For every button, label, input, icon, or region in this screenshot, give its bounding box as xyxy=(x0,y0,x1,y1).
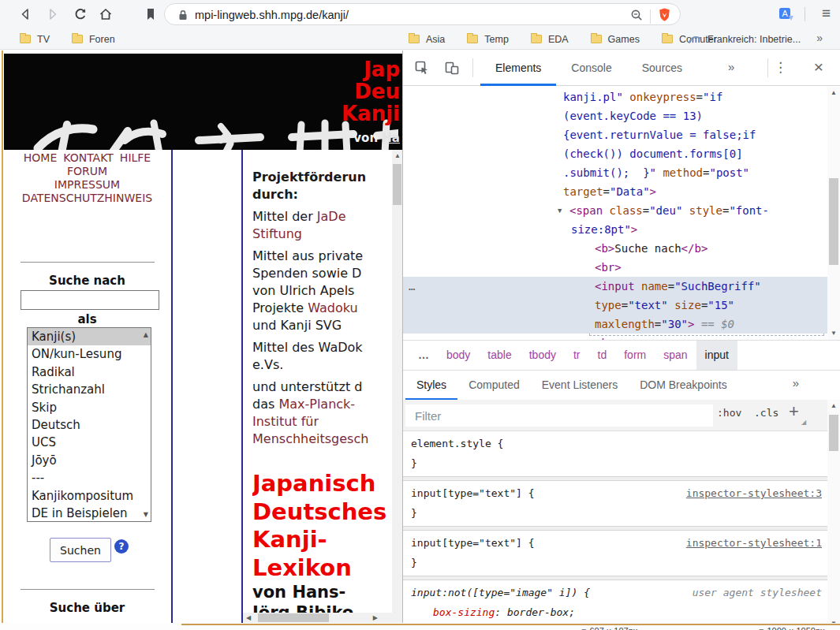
more-tabs-icon[interactable]: » xyxy=(728,60,734,73)
nav-link-home[interactable]: HOME xyxy=(24,151,57,164)
scroll-right-icon[interactable]: ▶ xyxy=(373,614,378,621)
search-option[interactable]: Strichanzahl xyxy=(28,381,151,398)
bookmark-folder[interactable]: Games xyxy=(591,34,640,45)
tab-elements[interactable]: Elements xyxy=(480,50,556,86)
search-option[interactable]: Kanji(s) xyxy=(28,328,151,345)
dom-tree-node[interactable]: …<input name="SuchBegriff" xyxy=(403,277,828,296)
scroll-up-icon[interactable]: ▲ xyxy=(831,89,837,96)
css-selector[interactable]: element.style { xyxy=(411,434,503,453)
hscroll-thumb[interactable] xyxy=(258,613,329,622)
author-link[interactable]: Ha xyxy=(382,131,400,145)
breadcrumb-table[interactable]: table xyxy=(479,341,520,370)
breadcrumb-span[interactable]: span xyxy=(655,341,696,370)
address-bar[interactable]: mpi-lingweb.shh.mpg.de/kanji/ xyxy=(164,3,681,25)
bookmark-folder[interactable]: Foren xyxy=(72,34,115,45)
styles-filter-input[interactable] xyxy=(405,404,713,427)
stylesheet-link[interactable]: inspector-stylesheet:1 xyxy=(686,533,822,553)
more-styles-tabs-icon[interactable]: » xyxy=(793,376,799,390)
breadcrumb-td[interactable]: td xyxy=(589,341,616,370)
text-link[interactable]: Institut für xyxy=(252,414,319,429)
url-text[interactable]: mpi-lingweb.shh.mpg.de/kanji/ xyxy=(195,9,349,21)
dom-tree-node[interactable]: kanji.pl" onkeypress="if xyxy=(403,88,828,106)
scrollbar-thumb[interactable] xyxy=(829,178,838,265)
styles-tab-computed[interactable]: Computed xyxy=(457,371,531,401)
dom-tree-node[interactable]: target="Data"> xyxy=(403,182,828,201)
styles-tab-dom-breakpoints[interactable]: DOM Breakpoints xyxy=(629,371,737,401)
dom-tree-node[interactable]: ▼<span class="deu" style="font- xyxy=(403,201,828,220)
devtools-menu-icon[interactable]: ⋮ xyxy=(774,59,787,76)
dom-tree-node[interactable]: <br> xyxy=(403,334,828,340)
styles-tab-event-listeners[interactable]: Event Listeners xyxy=(531,371,629,401)
search-option[interactable]: UCS xyxy=(28,434,151,451)
search-type-listbox[interactable]: ▲ ▼ Kanji(s)ON/kun-LesungRadikalStrichan… xyxy=(27,327,151,522)
toggle-class-button[interactable]: .cls xyxy=(754,407,778,419)
search-button[interactable]: Suchen xyxy=(50,538,111,562)
text-link[interactable]: Max-Planck- xyxy=(278,397,355,412)
dom-tree-node[interactable]: (check()) document.forms[0] xyxy=(403,144,828,163)
dom-tree-node[interactable]: {event.returnValue = false;if xyxy=(403,125,828,144)
text-link[interactable]: Menschheitsgesch xyxy=(252,431,368,446)
home-button[interactable] xyxy=(98,6,114,22)
search-option[interactable]: Deutsch xyxy=(28,416,151,434)
tab-console[interactable]: Console xyxy=(556,50,626,86)
nav-link-kontakt[interactable]: KONTAKT xyxy=(63,151,114,164)
dom-tree-node[interactable]: size:8pt"> xyxy=(403,220,828,239)
css-selector[interactable]: input[type="text"] { xyxy=(411,483,535,503)
text-link[interactable]: JaDe xyxy=(317,209,346,224)
css-selector[interactable]: input:not([type="image" i]) { xyxy=(411,583,590,602)
toggle-hover-state-button[interactable]: :hov xyxy=(717,407,741,419)
search-option[interactable]: ON/kun-Lesung xyxy=(28,345,151,363)
zoom-page-icon[interactable] xyxy=(629,8,644,25)
breadcrumb-overflow[interactable]: … xyxy=(409,341,438,370)
bookmark-page-item[interactable]: Frankreich: Inbetrie... xyxy=(688,28,801,50)
translate-icon[interactable]: A xyxy=(778,6,794,22)
middle-column-hscrollbar[interactable]: ◀ ▶ xyxy=(243,613,392,623)
search-option[interactable]: Kanjikompositum xyxy=(28,487,151,505)
nav-link-hilfe[interactable]: HILFE xyxy=(120,151,151,164)
elements-scrollbar[interactable]: ▲ ▼ xyxy=(827,87,840,340)
styles-tab-styles[interactable]: Styles xyxy=(405,371,457,401)
browser-menu-icon[interactable]: ≡ xyxy=(822,5,831,22)
brave-shield-icon[interactable] xyxy=(657,7,672,26)
search-option[interactable]: Radikal xyxy=(28,363,151,381)
bookmark-folder[interactable]: EDA xyxy=(531,34,569,45)
text-link[interactable]: Wadoku xyxy=(308,300,357,315)
scroll-down-icon[interactable]: ▼ xyxy=(831,330,837,337)
search-option[interactable]: Skip xyxy=(28,399,151,416)
bookmark-folder[interactable]: Temp xyxy=(467,34,509,45)
dom-tree-node[interactable]: type="text" size="15" xyxy=(403,296,828,315)
text-link[interactable]: Stiftung xyxy=(252,226,302,241)
back-button[interactable] xyxy=(17,6,33,22)
bookmark-icon[interactable] xyxy=(143,6,159,22)
breadcrumb-form[interactable]: form xyxy=(615,341,655,370)
scroll-up-icon[interactable]: ▲ xyxy=(394,152,401,159)
reload-button[interactable] xyxy=(73,6,88,22)
search-input[interactable] xyxy=(21,290,159,310)
styles-scrollbar[interactable]: ▲ ▼ xyxy=(827,400,840,630)
scroll-down-icon[interactable]: ▼ xyxy=(144,511,148,518)
search-option[interactable]: DE in Beispielen xyxy=(28,505,151,522)
scroll-left-icon[interactable]: ◀ xyxy=(246,614,251,621)
dom-tree-node[interactable]: .submit(); }" method="post" xyxy=(403,163,828,182)
dom-tree-node[interactable]: <b>Suche nach</b> xyxy=(403,239,828,258)
nav-link-forum[interactable]: FORUM xyxy=(67,165,107,177)
breadcrumb-input[interactable]: input xyxy=(696,341,737,370)
breadcrumb-tbody[interactable]: tbody xyxy=(521,341,565,370)
scroll-up-icon[interactable]: ▲ xyxy=(831,402,837,409)
nav-link-impressum[interactable]: IMPRESSUM xyxy=(54,178,120,191)
scrollbar-thumb[interactable] xyxy=(829,415,838,451)
breadcrumb-tr[interactable]: tr xyxy=(565,341,589,370)
devtools-close-icon[interactable]: × xyxy=(814,58,823,76)
bookmark-folder[interactable]: TV xyxy=(20,34,50,45)
help-icon[interactable]: ? xyxy=(114,539,129,554)
bookmarks-overflow-icon[interactable]: » xyxy=(816,32,823,44)
new-style-rule-button[interactable]: + xyxy=(789,401,799,422)
tab-sources[interactable]: Sources xyxy=(627,50,697,86)
dom-tree-node[interactable]: maxlength="30"> == $0 xyxy=(403,315,828,334)
scroll-up-icon[interactable]: ▲ xyxy=(144,331,148,338)
nav-link-datenschutzhinweis[interactable]: DATENSCHUTZHINWEIS xyxy=(22,192,152,204)
search-option[interactable]: Jōyō xyxy=(28,452,151,469)
middle-column-vscrollbar[interactable]: ▲ ▼ xyxy=(392,150,402,630)
search-option[interactable]: --- xyxy=(28,469,151,486)
css-selector[interactable]: input[type="text"] { xyxy=(411,533,535,553)
